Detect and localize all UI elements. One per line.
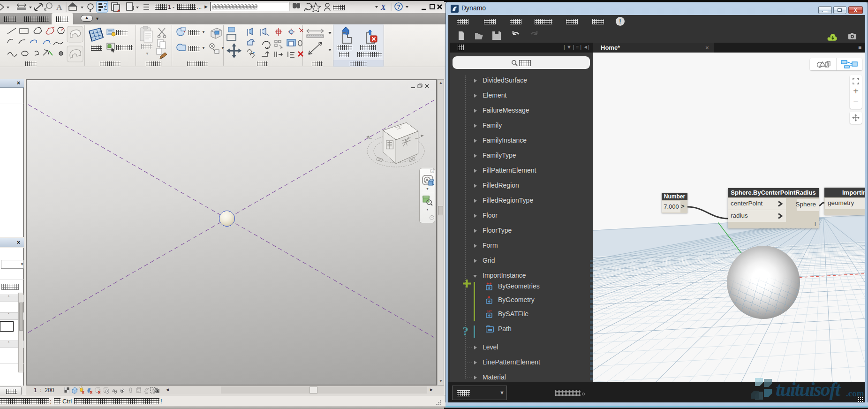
svg-text:SAT: SAT [487, 310, 492, 313]
svg-text:X: X [380, 3, 386, 11]
svg-text:A: A [56, 3, 62, 12]
svg-text:?: ? [397, 4, 400, 10]
